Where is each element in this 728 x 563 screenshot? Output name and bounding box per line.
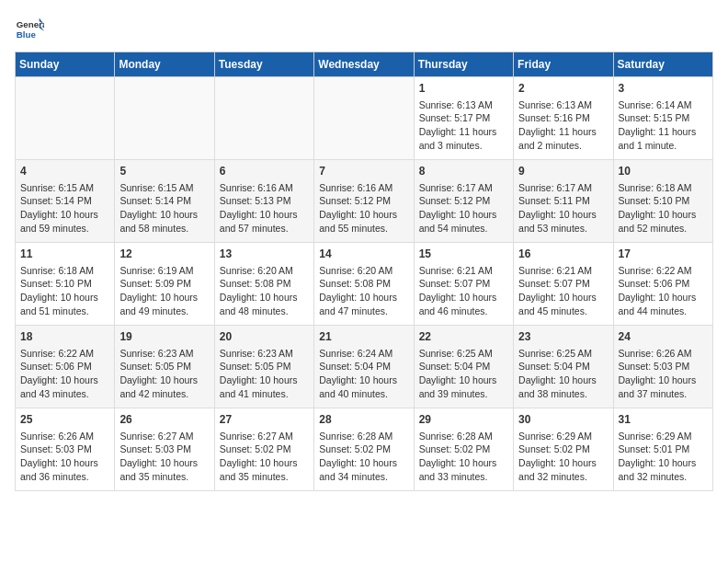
calendar-cell	[214, 77, 313, 160]
day-number: 4	[20, 164, 109, 179]
day-info: Sunrise: 6:21 AM	[518, 264, 608, 278]
day-info: Daylight: 10 hours	[619, 208, 708, 222]
day-info: Sunset: 5:06 PM	[20, 360, 109, 373]
day-info: Sunrise: 6:20 AM	[220, 264, 309, 278]
day-number: 25	[20, 412, 109, 428]
calendar-cell: 5Sunrise: 6:15 AMSunset: 5:14 PMDaylight…	[115, 160, 214, 243]
day-number: 14	[319, 247, 408, 262]
day-info: Daylight: 11 hours	[619, 125, 708, 139]
day-info: and 41 minutes.	[220, 387, 309, 401]
day-info: Sunset: 5:08 PM	[319, 277, 408, 291]
day-info: and 58 minutes.	[119, 222, 209, 236]
day-info: Daylight: 10 hours	[119, 291, 209, 304]
day-info: and 42 minutes.	[119, 387, 209, 401]
day-number: 7	[319, 164, 408, 179]
day-number: 11	[20, 247, 109, 262]
day-info: and 35 minutes.	[220, 470, 309, 484]
day-info: and 32 minutes.	[619, 470, 708, 484]
calendar-cell: 14Sunrise: 6:20 AMSunset: 5:08 PMDayligh…	[314, 243, 414, 326]
day-info: and 54 minutes.	[419, 222, 508, 236]
day-info: Sunrise: 6:23 AM	[220, 347, 309, 361]
day-number: 16	[518, 247, 608, 262]
day-info: Daylight: 10 hours	[20, 373, 109, 387]
day-info: and 3 minutes.	[419, 139, 508, 153]
day-info: Sunset: 5:12 PM	[419, 194, 508, 208]
day-number: 24	[619, 329, 708, 345]
day-info: Daylight: 10 hours	[619, 291, 708, 304]
day-info: Daylight: 10 hours	[619, 373, 708, 387]
calendar-cell: 4Sunrise: 6:15 AMSunset: 5:14 PMDaylight…	[16, 160, 115, 243]
calendar-cell: 31Sunrise: 6:29 AMSunset: 5:01 PMDayligh…	[613, 408, 712, 491]
calendar-cell: 27Sunrise: 6:27 AMSunset: 5:02 PMDayligh…	[214, 408, 313, 491]
day-number: 23	[518, 329, 608, 345]
day-info: Daylight: 10 hours	[518, 208, 608, 222]
header-cell-tuesday: Tuesday	[214, 52, 313, 77]
day-info: Sunrise: 6:19 AM	[119, 264, 209, 278]
day-info: Sunset: 5:04 PM	[419, 360, 508, 373]
day-number: 13	[220, 247, 309, 262]
day-number: 9	[518, 164, 608, 179]
day-info: Sunset: 5:10 PM	[619, 194, 708, 208]
day-info: Sunrise: 6:17 AM	[419, 181, 508, 195]
day-info: and 35 minutes.	[119, 470, 209, 484]
day-info: and 53 minutes.	[518, 222, 608, 236]
day-info: Sunset: 5:05 PM	[119, 360, 209, 373]
day-info: Sunset: 5:04 PM	[319, 360, 408, 373]
day-info: Daylight: 10 hours	[20, 456, 109, 470]
day-info: Daylight: 10 hours	[419, 456, 508, 470]
day-number: 12	[119, 247, 209, 262]
day-info: and 47 minutes.	[319, 304, 408, 318]
day-info: and 51 minutes.	[20, 304, 109, 318]
day-info: Sunrise: 6:16 AM	[319, 181, 408, 195]
header-row: SundayMondayTuesdayWednesdayThursdayFrid…	[16, 52, 713, 77]
week-row-2: 4Sunrise: 6:15 AMSunset: 5:14 PMDaylight…	[16, 160, 713, 243]
day-number: 6	[220, 164, 309, 179]
day-info: and 45 minutes.	[518, 304, 608, 318]
logo-icon: General Blue	[15, 15, 44, 44]
day-info: and 48 minutes.	[220, 304, 309, 318]
day-info: Sunset: 5:02 PM	[220, 442, 309, 456]
day-number: 18	[20, 329, 109, 345]
day-number: 27	[220, 412, 309, 428]
day-info: Sunset: 5:05 PM	[220, 360, 309, 373]
day-info: Sunset: 5:12 PM	[319, 194, 408, 208]
day-info: Sunset: 5:07 PM	[419, 277, 508, 291]
calendar-cell: 26Sunrise: 6:27 AMSunset: 5:03 PMDayligh…	[115, 408, 214, 491]
day-info: Daylight: 10 hours	[119, 208, 209, 222]
day-number: 5	[119, 164, 209, 179]
calendar-cell: 28Sunrise: 6:28 AMSunset: 5:02 PMDayligh…	[314, 408, 414, 491]
day-info: Daylight: 10 hours	[319, 208, 408, 222]
day-info: Daylight: 10 hours	[419, 291, 508, 304]
day-info: and 39 minutes.	[419, 387, 508, 401]
calendar-cell: 6Sunrise: 6:16 AMSunset: 5:13 PMDaylight…	[214, 160, 313, 243]
day-info: Sunset: 5:10 PM	[20, 277, 109, 291]
calendar-cell	[16, 77, 115, 160]
calendar-cell: 19Sunrise: 6:23 AMSunset: 5:05 PMDayligh…	[115, 326, 214, 408]
day-info: Daylight: 10 hours	[319, 291, 408, 304]
calendar-cell: 29Sunrise: 6:28 AMSunset: 5:02 PMDayligh…	[414, 408, 513, 491]
header-cell-monday: Monday	[115, 52, 214, 77]
day-info: and 40 minutes.	[319, 387, 408, 401]
day-info: Daylight: 10 hours	[220, 373, 309, 387]
day-info: and 43 minutes.	[20, 387, 109, 401]
day-number: 1	[419, 81, 508, 97]
day-info: Sunset: 5:02 PM	[518, 442, 608, 456]
calendar-cell: 18Sunrise: 6:22 AMSunset: 5:06 PMDayligh…	[16, 326, 115, 408]
day-number: 28	[319, 412, 408, 428]
day-info: Sunrise: 6:13 AM	[419, 98, 508, 112]
day-info: Sunrise: 6:25 AM	[518, 347, 608, 361]
day-info: Sunset: 5:08 PM	[220, 277, 309, 291]
day-info: Daylight: 10 hours	[220, 456, 309, 470]
day-info: Sunset: 5:02 PM	[419, 442, 508, 456]
day-info: Daylight: 10 hours	[319, 373, 408, 387]
day-info: and 59 minutes.	[20, 222, 109, 236]
day-info: Sunset: 5:16 PM	[518, 111, 608, 125]
day-info: and 34 minutes.	[319, 470, 408, 484]
page-header: General Blue	[15, 15, 713, 44]
day-number: 29	[419, 412, 508, 428]
week-row-5: 25Sunrise: 6:26 AMSunset: 5:03 PMDayligh…	[16, 408, 713, 491]
day-info: Daylight: 10 hours	[119, 456, 209, 470]
day-info: and 2 minutes.	[518, 139, 608, 153]
calendar-cell: 20Sunrise: 6:23 AMSunset: 5:05 PMDayligh…	[214, 326, 313, 408]
day-number: 26	[119, 412, 209, 428]
